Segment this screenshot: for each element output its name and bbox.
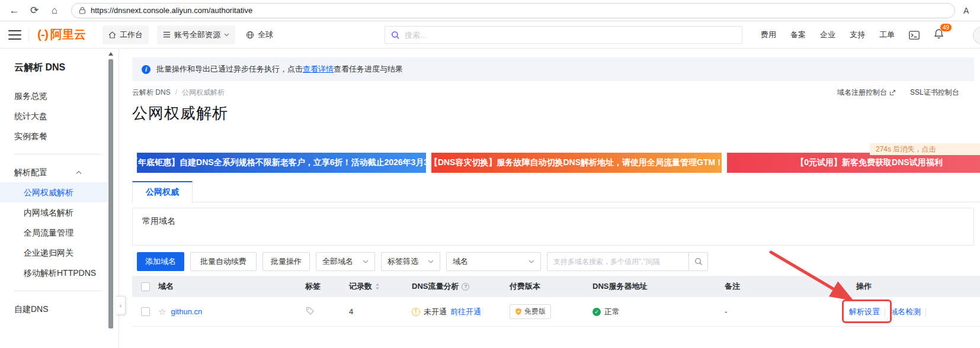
chevron-down-icon [363, 260, 369, 263]
home-icon [108, 31, 116, 38]
domain-search-input[interactable] [547, 252, 689, 271]
browser-refresh-icon[interactable]: ⟳ [26, 2, 43, 19]
header-divider [28, 28, 29, 41]
scrollbar-thumb[interactable] [108, 59, 113, 328]
read-aloud-icon[interactable]: A [963, 6, 974, 15]
breadcrumb-separator: / [175, 88, 177, 96]
menu-item-icp[interactable]: 备案 [790, 30, 806, 40]
region-selector[interactable]: 全球 [244, 25, 276, 44]
notification-count-badge: 49 [940, 23, 952, 32]
activate-traffic-link[interactable]: 前往开通 [450, 307, 481, 317]
sidebar-item-self-built-dns[interactable]: 自建DNS [0, 299, 108, 319]
dns-settings-link[interactable]: 解析设置 [849, 307, 880, 317]
favorite-star-icon[interactable]: ☆ [158, 307, 166, 317]
batch-auto-renew-button[interactable]: 批量自动续费 [190, 252, 257, 271]
region-label: 全球 [258, 30, 273, 40]
col-operations: 操作 [843, 281, 980, 292]
menu-item-billing[interactable]: 费用 [761, 30, 776, 40]
sidebar-item-service-overview[interactable]: 服务总览 [0, 86, 108, 106]
action-separator [925, 308, 926, 316]
domain-search-button[interactable] [689, 252, 708, 271]
search-field-select[interactable]: 域名 [446, 252, 541, 271]
sidebar-item-httpdns[interactable]: 移动解析HTTPDNS [0, 263, 108, 283]
avatar[interactable] [973, 27, 980, 44]
domain-check-link[interactable]: 域名检测 [890, 307, 921, 317]
account-resources-dropdown[interactable]: 账号全部资源 [157, 25, 235, 44]
scrollbar-up-arrow[interactable] [108, 52, 113, 56]
sidebar-item-statistics[interactable]: 统计大盘 [0, 106, 108, 126]
menu-item-support[interactable]: 支持 [850, 30, 865, 40]
select-all-checkbox[interactable] [141, 282, 150, 291]
col-plan: 付费版本 [510, 281, 593, 292]
promo-banner-gtm[interactable]: 【DNS容灾切换】服务故障自动切换DNS解析地址，请使用全局流量管理GTM！ [431, 153, 722, 173]
quick-links: 域名注册控制台 SSL证书控制台 [837, 88, 959, 98]
question-icon[interactable]: ? [462, 283, 469, 291]
tag-filter-select[interactable]: 标签筛选 [381, 252, 440, 271]
breadcrumb-current: 公网权威解析 [182, 88, 225, 98]
browser-back-icon[interactable]: ← [6, 2, 23, 19]
plan-badge: 免费版 [510, 304, 551, 319]
search-icon [391, 31, 400, 40]
notice-view-details-link[interactable]: 查看详情 [303, 65, 334, 73]
sidebar-item-gtm[interactable]: 全局流量管理 [0, 223, 108, 243]
tab-public-authoritative[interactable]: 公网权威 [132, 181, 193, 203]
domain-link[interactable]: githun.cn [171, 307, 202, 316]
console-header: (-) 阿里云 工作台 账号全部资源 全球 [0, 21, 980, 49]
sidebar-group-dns-config[interactable]: 解析配置 [0, 162, 108, 182]
sidebar-group-label: 解析配置 [14, 162, 47, 182]
browser-home-icon[interactable]: ⌂ [46, 2, 63, 19]
browser-toolbar: ← ⟳ ⌂ A [0, 0, 980, 21]
sidebar-item-recursive-gateway[interactable]: 企业递归网关 [0, 243, 108, 263]
add-domain-button[interactable]: 添加域名 [137, 252, 184, 271]
url-input[interactable] [91, 6, 947, 15]
tag-icon[interactable] [305, 306, 315, 315]
col-dns-server: DNS服务器地址 [593, 281, 725, 292]
sidebar-divider [14, 291, 102, 291]
batch-operations-button[interactable]: 批量操作 [262, 252, 310, 271]
console-search[interactable] [385, 26, 742, 44]
menu-item-enterprise[interactable]: 企业 [820, 30, 835, 40]
page-title: 公网权威解析 [132, 103, 980, 123]
notice-text: 批量操作和导出已通过异步任务执行，点击 [156, 65, 303, 73]
header-menu: 费用 备案 企业 支持 工单 49 [761, 21, 944, 49]
breadcrumb: 云解析 DNS / 公网权威解析 域名注册控制台 SSL证书控制台 [132, 88, 980, 97]
all-domains-select[interactable]: 全部域名 [316, 252, 375, 271]
aliyun-logo[interactable]: (-) 阿里云 [37, 27, 86, 43]
table-header-row: 域名 标签 记录数 DNS流量分析 ? 付费版本 DNS服务器地址 备注 操作 [132, 276, 980, 297]
workbench-button[interactable]: 工作台 [103, 25, 149, 44]
tab-bar: 公网权威 [132, 181, 980, 202]
search-field-label: 域名 [453, 256, 468, 267]
row-checkbox[interactable] [141, 307, 150, 316]
sidebar-collapse-toggle[interactable]: ‹ [116, 296, 126, 315]
sidebar-item-public-authoritative[interactable]: 公网权威解析 [0, 182, 108, 202]
domain-table: 域名 标签 记录数 DNS流量分析 ? 付费版本 DNS服务器地址 备注 操作 [132, 276, 980, 327]
sidebar-divider [14, 154, 102, 154]
sidebar-scrollbar[interactable] [108, 49, 113, 348]
cloudshell-icon[interactable] [909, 31, 920, 40]
chevron-up-icon [76, 170, 82, 175]
chevron-down-icon [428, 260, 434, 263]
domain-console-link[interactable]: 域名注册控制台 [837, 88, 896, 98]
header-nav: 工作台 账号全部资源 全球 [103, 25, 276, 44]
sidebar-item-instances[interactable]: 实例套餐 [0, 126, 108, 146]
domain-console-label: 域名注册控制台 [837, 88, 887, 98]
ssl-console-link[interactable]: SSL证书控制台 [910, 88, 959, 98]
common-domains-panel[interactable]: 常用域名 [132, 208, 974, 246]
sidebar-item-private-dns[interactable]: 内网域名解析 [0, 202, 108, 223]
ssl-console-label: SSL证书控制台 [910, 88, 959, 98]
info-icon: i [142, 65, 150, 74]
breadcrumb-root[interactable]: 云解析 DNS [132, 88, 171, 98]
banner-countdown[interactable]: 274s 后消失，点击 [870, 143, 980, 155]
promo-banner-year-end[interactable]: 【年底钜惠】自建DNS全系列规格不限新老客户，立享6折！活动截止2026年3月3… [137, 153, 426, 173]
menu-item-tickets[interactable]: 工单 [879, 30, 895, 40]
menu-hamburger-icon[interactable] [8, 30, 21, 40]
globe-icon [246, 31, 254, 39]
address-bar[interactable] [71, 3, 955, 18]
promo-banner-free-trial[interactable]: 【0元试用】新客免费获取DNS试用福利 [727, 153, 980, 173]
notifications-bell[interactable]: 49 [934, 28, 944, 41]
chevron-down-icon [529, 260, 534, 263]
chevron-down-icon [224, 33, 229, 37]
sort-icon[interactable] [375, 283, 380, 290]
console-search-input[interactable] [405, 31, 736, 40]
aliyun-logo-text: 阿里云 [50, 27, 86, 43]
